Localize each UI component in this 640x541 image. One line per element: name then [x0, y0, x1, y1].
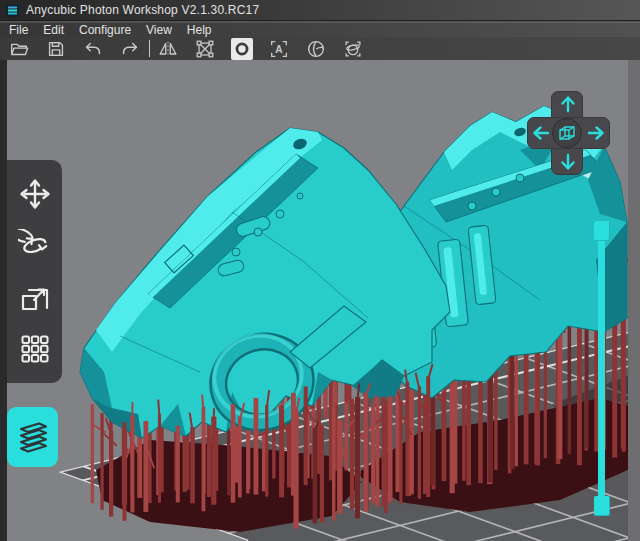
- punch-hole-button[interactable]: [231, 38, 253, 60]
- save-button[interactable]: [45, 38, 67, 60]
- viewport: [7, 60, 628, 541]
- hollow-button[interactable]: [194, 38, 216, 60]
- rotate-left-arrow[interactable]: [531, 123, 551, 143]
- app-logo-icon: [6, 4, 19, 17]
- toolbar-divider: [149, 40, 150, 57]
- open-folder-icon: [8, 38, 30, 60]
- window-right-edge: [628, 60, 640, 541]
- window-left-border: [0, 60, 7, 541]
- redo-button[interactable]: [119, 38, 141, 60]
- layer-slider-track[interactable]: [598, 240, 605, 497]
- view-nav-pad: [527, 91, 610, 175]
- undo-button[interactable]: [82, 38, 104, 60]
- menu-file[interactable]: File: [9, 23, 28, 38]
- mirror-button[interactable]: [157, 38, 179, 60]
- title-bar: Anycubic Photon Workshop V2.1.30.RC17: [0, 0, 640, 21]
- layer-slider-handle-top[interactable]: [594, 221, 610, 241]
- redo-icon: [119, 38, 141, 60]
- detect-icon: [342, 38, 364, 60]
- rotate-tool-button[interactable]: [17, 228, 53, 264]
- toolbar: A: [0, 37, 640, 60]
- view-cube-icon: [557, 123, 577, 143]
- split-sphere-icon: [305, 38, 327, 60]
- tool-sidebar: [7, 160, 62, 383]
- move-tool-button[interactable]: [17, 176, 53, 212]
- detect-button[interactable]: [342, 38, 364, 60]
- rotate-up-arrow[interactable]: [558, 94, 578, 114]
- mirror-icon: [157, 38, 179, 60]
- menu-bar: File Edit Configure View Help: [0, 22, 640, 37]
- array-icon: [18, 332, 52, 366]
- slice-button[interactable]: [7, 407, 58, 467]
- menu-view[interactable]: View: [146, 23, 172, 38]
- rotate-right-arrow[interactable]: [586, 123, 606, 143]
- hollow-icon: [194, 38, 216, 60]
- open-button[interactable]: [8, 38, 30, 60]
- rotate-icon: [18, 229, 52, 263]
- undo-icon: [82, 38, 104, 60]
- menu-edit[interactable]: Edit: [43, 23, 64, 38]
- save-icon: [45, 38, 67, 60]
- app-window: Anycubic Photon Workshop V2.1.30.RC17 Fi…: [0, 0, 640, 541]
- text-button[interactable]: A: [268, 38, 290, 60]
- rotate-down-arrow[interactable]: [558, 152, 578, 172]
- slice-layers-icon: [13, 418, 53, 456]
- menu-configure[interactable]: Configure: [79, 23, 131, 38]
- model-mesh-front[interactable]: [80, 128, 450, 438]
- move-icon: [18, 177, 52, 211]
- view-cube-button[interactable]: [552, 118, 582, 148]
- layer-slider-handle-bottom[interactable]: [594, 496, 610, 516]
- split-button[interactable]: [305, 38, 327, 60]
- scale-icon: [18, 280, 52, 314]
- array-tool-button[interactable]: [17, 331, 53, 367]
- scale-tool-button[interactable]: [17, 279, 53, 315]
- text-icon: A: [268, 38, 290, 60]
- punch-hole-icon: [231, 38, 253, 60]
- window-title: Anycubic Photon Workshop V2.1.30.RC17: [26, 3, 259, 17]
- svg-text:A: A: [275, 43, 283, 54]
- menu-help[interactable]: Help: [187, 23, 212, 38]
